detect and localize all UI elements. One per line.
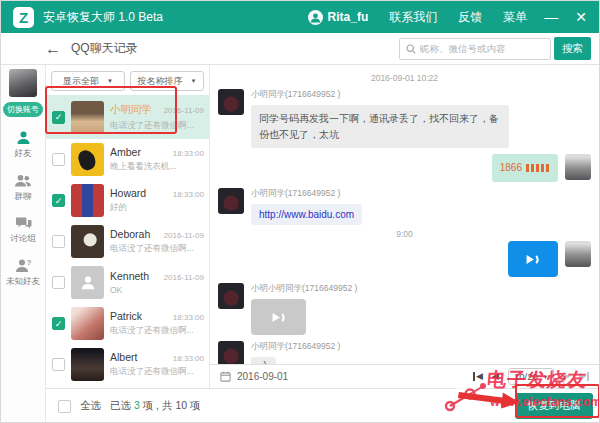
message-sender: 小明小明同学(1716649952 ) [251,283,357,295]
selection-bar: ✓ 全选 已选 3 项 , 共 10 项 恢复到电脑 [46,388,599,423]
page-indicator: 10/20 [514,371,538,382]
message-bubble: 同学号码再发我一下啊，通讯录丢了，找不回来了，备份也不见了，太坑 [251,105,509,148]
user-account[interactable]: Rita_fu [308,10,369,25]
chat-time-divider: 9:00 [218,229,591,239]
contact-row-amber[interactable]: ✓ Amber18:33:00 晚上看看洗衣机... [46,139,209,180]
search-icon [406,44,416,54]
next-page-button[interactable]: ▶ [563,372,570,381]
filter-dropdown[interactable]: 显示全部 ▼ [51,71,125,91]
contact-name: Deborah [110,228,150,240]
video-camera-icon [522,252,544,267]
chat-panel: 2016-09-01 10:22 小明同学(1716649952 ) 同学号码再… [210,65,599,388]
sidebar-item-groups[interactable]: 群聊 [14,173,32,203]
select-all-checkbox[interactable]: ✓ [58,400,71,413]
contact-row-xiaoming[interactable]: ✓ 小明同学2016-11-09 电话没了还有微信啊... [46,95,209,139]
video-message[interactable] [508,241,558,277]
message-outgoing-text: 1866 [218,154,591,182]
search-input[interactable] [420,43,544,54]
contact-checkbox[interactable]: ✓ [52,194,65,207]
chevron-down-icon: ▼ [191,78,197,84]
sort-dropdown-label: 按名称排序 [138,75,183,88]
contact-list-panel: 显示全部 ▼ 按名称排序 ▼ ✓ 小明同学2016-11-09 [46,65,210,388]
sidebar-item-unknown-friends[interactable]: ? 未知好友 [6,258,40,288]
contact-preview: 电话没了还有微信啊... [110,243,204,255]
first-page-button[interactable]: ◀ [473,372,483,381]
censored-number: 1866 [500,160,522,176]
contact-time: 18:33:00 [173,354,204,363]
contact-row-howard[interactable]: ✓ Howard18:33:00 好的 [46,180,209,221]
contact-time: 2016-11-09 [164,273,204,282]
video-message[interactable] [251,299,306,335]
chevron-down-icon: ▼ [543,374,548,380]
contact-row-deborah[interactable]: ✓ Deborah2016-11-09 电话没了还有微信啊... [46,221,209,262]
chat-footer-date: 2016-09-01 [237,371,288,382]
user-icon [308,10,323,25]
selection-text: 项 , 共 [143,399,173,411]
contact-checkbox[interactable]: ✓ [52,358,65,371]
search-box [399,38,551,60]
sidebar-item-discussion[interactable]: 讨论组 [10,216,36,245]
chevron-down-icon: ▼ [107,78,113,84]
page-title: QQ聊天记录 [71,40,138,57]
sidebar-item-label: 未知好友 [6,276,40,288]
recover-to-pc-button[interactable]: 恢复到电脑 [515,393,593,419]
contact-row-patrick[interactable]: ✓ Patrick18:33:00 电话没了还有微信啊... [46,303,209,344]
filter-dropdown-label: 显示全部 [63,75,99,88]
message-incoming-link: 小明同学(1716649952 ) http://www.baidu.com [218,188,591,226]
page-dropdown[interactable]: 10/20 ▼ [508,368,554,385]
sidebar-item-label: 群聊 [15,191,32,203]
avatar [218,283,244,309]
search-button[interactable]: 搜索 [554,37,591,60]
avatar [71,348,104,381]
message-bubble: 1866 [492,154,558,182]
chat-date-header: 2016-09-01 10:22 [218,73,591,83]
last-page-button[interactable]: ▶ [579,372,589,381]
account-avatar [9,69,37,97]
chat-footer: 2016-09-01 ◀ ◀ 10/20 ▼ ▶ ▶ [210,364,599,388]
app-window: Z 安卓恢复大师 1.0 Beta Rita_fu 联系我们 反馈 菜单 — ✕… [0,0,600,423]
sidebar-item-label: 好友 [15,148,32,160]
app-title: 安卓恢复大师 1.0 Beta [43,9,163,26]
contact-us-link[interactable]: 联系我们 [389,9,437,26]
message-list: 2016-09-01 10:22 小明同学(1716649952 ) 同学号码再… [210,65,599,364]
contact-checkbox[interactable]: ✓ [52,235,65,248]
message-outgoing-video [218,241,591,277]
sidebar: 切换账号 好友 群聊 [1,65,46,423]
contact-name: Howard [110,187,146,199]
contact-checkbox[interactable]: ✓ [52,317,65,330]
voice-message[interactable]: •) [251,357,276,364]
app-logo: Z [13,7,34,28]
contact-row-kenneth[interactable]: ✓ Kenneth2016-11-09 OK [46,262,209,303]
video-camera-icon [268,310,290,325]
contact-name: Amber [110,146,141,158]
switch-account-button[interactable]: 切换账号 [3,102,43,117]
contact-preview: 电话没了还有微信啊... [110,325,204,337]
contact-checkbox[interactable]: ✓ [52,153,65,166]
back-arrow-icon[interactable]: ← [45,40,61,58]
message-link[interactable]: http://www.baidu.com [251,204,362,226]
prev-page-button[interactable]: ◀ [492,372,499,381]
contact-row-albert[interactable]: ✓ Albert18:33:00 电话没了还有微信啊... [46,344,209,385]
contact-name: Patrick [110,310,142,322]
sort-dropdown[interactable]: 按名称排序 ▼ [130,71,204,91]
friend-icon [15,130,32,146]
close-button[interactable]: ✕ [575,10,587,24]
sidebar-item-friends[interactable]: 好友 [15,130,32,160]
contact-time: 18:33:00 [173,149,204,158]
avatar [218,89,244,115]
contact-checkbox[interactable]: ✓ [52,276,65,289]
contact-name: Kenneth [110,270,149,282]
message-sender: 小明同学(1716649952 ) [251,341,340,353]
feedback-link[interactable]: 反馈 [458,9,482,26]
contact-name: 小明同学 [110,103,152,117]
menu-link[interactable]: 菜单 [503,9,527,26]
avatar [71,266,104,299]
minimize-button[interactable]: — [544,10,558,24]
select-all-label: 全选 [80,399,101,413]
contact-checkbox[interactable]: ✓ [52,111,65,124]
selected-label: 已选 [110,399,131,411]
person-placeholder-icon [79,274,97,292]
contact-preview: 电话没了还有微信啊... [110,120,204,132]
contact-preview: 晚上看看洗衣机... [110,161,204,173]
sidebar-item-label: 讨论组 [10,233,36,245]
